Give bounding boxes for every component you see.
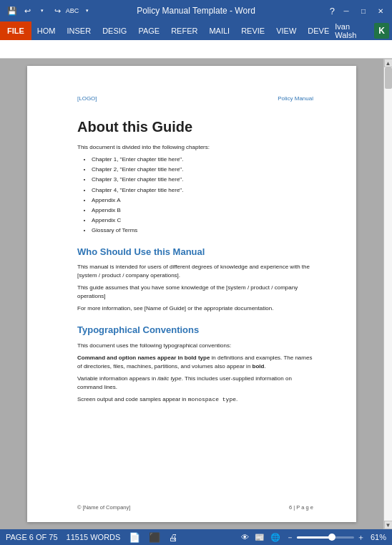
document-area: [LOGO] Policy Manual About this Guide Th… xyxy=(0,59,392,529)
word-count: 11515 WORDS xyxy=(67,533,121,541)
zoom-fill xyxy=(297,536,331,539)
tab-home[interactable]: HOM xyxy=(31,21,62,40)
maximize-button[interactable]: □ xyxy=(358,5,369,16)
zoom-in-icon[interactable]: ＋ xyxy=(357,532,365,543)
tab-insert[interactable]: INSER xyxy=(62,21,97,40)
header-title: Policy Manual xyxy=(278,95,313,103)
tab-mailings[interactable]: MAILI xyxy=(203,21,235,40)
tab-file[interactable]: FILE xyxy=(0,21,31,40)
section2-para2: This guide assumes that you have some kn… xyxy=(77,284,313,301)
list-item: Chapter 1, "Enter chapter title here". xyxy=(92,155,313,163)
close-button[interactable]: ✕ xyxy=(375,5,386,16)
document-content: [LOGO] Policy Manual About this Guide Th… xyxy=(0,59,383,529)
page-footer: © [Name of Company] 6 | P a g e xyxy=(27,503,356,511)
title-bar: 💾 ↩ ▾ ↪ ABC ▾ Policy Manual Template - W… xyxy=(0,0,392,21)
tab-developer[interactable]: DEVE xyxy=(302,21,335,40)
page-count: PAGE 6 OF 75 xyxy=(6,533,58,541)
tab-view[interactable]: VIEW xyxy=(270,21,302,40)
status-bar: PAGE 6 OF 75 11515 WORDS 📄 ⬛ 🖨 👁 📰 🌐 － ＋… xyxy=(0,529,392,545)
undo-icon[interactable]: ↩ xyxy=(21,4,34,17)
zoom-bar[interactable] xyxy=(297,536,354,539)
list-item: Chapter 3, "Enter chapter title here". xyxy=(92,175,313,183)
scroll-track[interactable] xyxy=(384,67,392,521)
ribbon-commands xyxy=(0,40,392,59)
title-bar-left: 💾 ↩ ▾ ↪ ABC ▾ xyxy=(6,4,94,17)
spelling-icon[interactable]: ABC xyxy=(66,4,79,17)
list-item: Appendix A xyxy=(92,196,313,204)
ribbon-tabs: FILE HOM INSER DESIG PAGE REFER MAILI RE… xyxy=(0,21,392,40)
section2-para3: For more information, see [Name of Guide… xyxy=(77,304,313,313)
list-item: Appendix C xyxy=(92,216,313,224)
intro-text: This document is divided into the follow… xyxy=(77,143,313,152)
print-icon[interactable]: 🖨 xyxy=(169,532,178,543)
list-item: Chapter 4, "Enter chapter title here". xyxy=(92,186,313,194)
section3-heading: Typographical Conventions xyxy=(77,323,313,337)
scroll-thumb[interactable] xyxy=(385,67,392,89)
chapter-list: Chapter 1, "Enter chapter title here". C… xyxy=(92,155,313,235)
status-bar-right: 👁 📰 🌐 － ＋ 61% xyxy=(241,532,386,543)
list-item: Chapter 2, "Enter chapter title here". xyxy=(92,165,313,173)
tab-page-layout[interactable]: PAGE xyxy=(132,21,165,40)
tab-review[interactable]: REVIE xyxy=(235,21,270,40)
undo-dropdown-icon[interactable]: ▾ xyxy=(36,4,49,17)
section2-para1: This manual is intended for users of dif… xyxy=(77,263,313,280)
footer-company: © [Name of Company] xyxy=(77,503,130,511)
zoom-thumb[interactable] xyxy=(328,534,335,541)
tab-design[interactable]: DESIG xyxy=(97,21,132,40)
view-read-icon[interactable]: 👁 xyxy=(241,533,249,541)
list-item: Glossary of Terms xyxy=(92,226,313,234)
section-title: About this Guide xyxy=(77,116,313,138)
section2-heading: Who Should Use this Manual xyxy=(77,245,313,259)
section3-para3: Screen output and code samples appear in… xyxy=(77,395,313,404)
page-header: [LOGO] Policy Manual xyxy=(77,95,313,103)
view-print-icon[interactable]: 📰 xyxy=(255,533,265,542)
layout-icon[interactable]: ⬛ xyxy=(149,532,160,543)
vertical-scrollbar[interactable]: ▲ ▼ xyxy=(383,59,392,529)
section3-intro: This document uses the following typogra… xyxy=(77,342,313,350)
scroll-down-button[interactable]: ▼ xyxy=(384,521,393,529)
section3-para2: Variable information appears in italic t… xyxy=(77,375,313,392)
tab-references[interactable]: REFER xyxy=(165,21,203,40)
help-icon[interactable]: ? xyxy=(330,6,335,16)
list-item: Appendix B xyxy=(92,206,313,214)
view-web-icon[interactable]: 🌐 xyxy=(270,533,280,542)
logo: [LOGO] xyxy=(77,95,97,103)
user-avatar: K xyxy=(374,23,389,39)
user-name: Ivan Walsh xyxy=(335,22,371,39)
quick-access-toolbar: 💾 ↩ ▾ ↪ ABC ▾ xyxy=(6,4,94,17)
user-area: Ivan Walsh K xyxy=(335,21,392,40)
title-bar-right: ? ─ □ ✕ xyxy=(330,5,386,16)
qat-dropdown-icon[interactable]: ▾ xyxy=(81,4,94,17)
footer-page: 6 | P a g e xyxy=(289,503,313,511)
zoom-slider[interactable]: － ＋ xyxy=(286,532,365,543)
ribbon: FILE HOM INSER DESIG PAGE REFER MAILI RE… xyxy=(0,21,392,40)
scroll-up-button[interactable]: ▲ xyxy=(384,59,393,67)
section3-para1: Command and option names appear in bold … xyxy=(77,354,313,371)
save-icon[interactable]: 💾 xyxy=(6,4,19,17)
redo-icon[interactable]: ↪ xyxy=(51,4,64,17)
zoom-out-icon[interactable]: － xyxy=(286,532,294,543)
window-title: Policy Manual Template - Word xyxy=(137,6,255,16)
doc-icon[interactable]: 📄 xyxy=(129,532,140,543)
minimize-button[interactable]: ─ xyxy=(340,5,352,16)
page: [LOGO] Policy Manual About this Guide Th… xyxy=(27,66,356,522)
zoom-percent: 61% xyxy=(371,533,386,541)
